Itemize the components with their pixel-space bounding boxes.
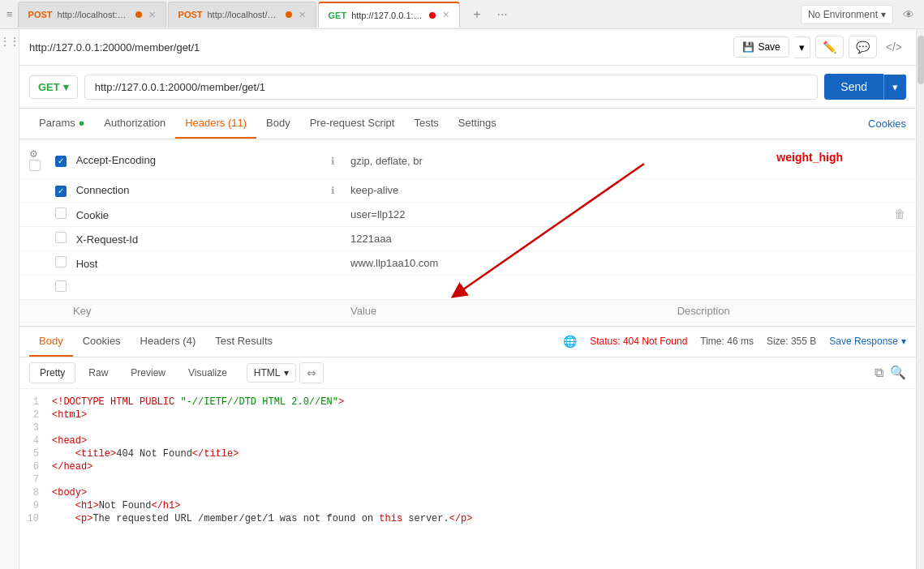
resp-tab-test-results[interactable]: Test Results — [205, 327, 282, 357]
code-line-2: 2 <html> — [19, 409, 916, 421]
tab1-close[interactable]: ✕ — [148, 10, 156, 20]
visualize-button[interactable]: Visualize — [178, 363, 237, 383]
cb-checked-0[interactable] — [55, 156, 67, 167]
code-line-3: 3 — [19, 421, 916, 434]
tab-params[interactable]: Params ● — [29, 109, 94, 139]
key-cell-4: Host — [49, 250, 324, 275]
code-line-10: 10 <p>The requested URL /member/get/1 wa… — [19, 512, 916, 525]
tab-pre-request[interactable]: Pre-request Script — [300, 109, 405, 139]
tab2-dot — [286, 11, 292, 18]
line-content-4: <head> — [52, 435, 87, 447]
table-row: Host www.llp1aa10.com — [19, 250, 916, 275]
eye-icon[interactable]: 👁 — [900, 6, 918, 23]
line-content-1: <!DOCTYPE HTML PUBLIC "-//IETF//DTD HTML… — [52, 396, 344, 408]
line-num-9: 9 — [19, 500, 52, 511]
main-layout: ⋮⋮ http://127.0.0.1:20000/member/get/1 💾… — [0, 29, 924, 569]
col-desc: Description — [671, 299, 883, 322]
table-row: Connection ℹ keep-alive — [19, 179, 916, 203]
cb-checked-1[interactable] — [55, 186, 67, 197]
column-headers-row: Key Value Description — [19, 299, 916, 322]
sidebar-dots-icon[interactable]: ⋮⋮ — [0, 36, 19, 47]
code-line-5: 5 <title>404 Not Found</title> — [19, 447, 916, 460]
comment-icon[interactable]: 💬 — [849, 36, 877, 58]
send-main-button[interactable]: Send — [824, 74, 883, 100]
edit-icon[interactable]: ✏️ — [815, 36, 844, 58]
tab2-url: http://localhost/mem... — [208, 10, 281, 19]
scroll-track[interactable] — [916, 29, 924, 569]
more-tabs-button[interactable]: ··· — [492, 6, 512, 24]
format-chevron-icon: ▾ — [284, 367, 289, 379]
tab3-url: http://127.0.0.1:20000/... — [351, 11, 424, 20]
tab3-close[interactable]: ✕ — [442, 10, 449, 20]
copy-button[interactable]: ⧉ — [875, 365, 883, 380]
delete-icon-2[interactable]: 🗑 — [894, 207, 905, 220]
env-chevron-icon: ▾ — [881, 9, 886, 20]
resp-cookies-label: Cookies — [83, 335, 121, 347]
tab-headers[interactable]: Headers (11) — [175, 109, 256, 139]
checkbox-0 — [29, 160, 41, 171]
cb-empty[interactable] — [55, 280, 67, 292]
save-response-button[interactable]: Save Response ▾ — [829, 336, 906, 347]
tab2-close[interactable]: ✕ — [299, 10, 306, 20]
info-icon-1: ℹ — [331, 185, 335, 196]
format-label: HTML — [254, 367, 281, 379]
key-cell-1: Connection — [49, 179, 324, 203]
line-content-6: </head> — [52, 461, 92, 473]
headers-table: ⚙ Accept-Encoding ℹ gzip, deflate, br — [19, 143, 916, 323]
tab2-method: POST — [178, 10, 203, 19]
line-content-10: <p>The requested URL /member/get/1 was n… — [52, 513, 473, 524]
line-num-8: 8 — [19, 487, 52, 498]
env-selector: No Environment ▾ 👁 — [801, 5, 918, 24]
tab-body[interactable]: Body — [256, 109, 300, 139]
cb-unchecked-2[interactable] — [55, 207, 67, 219]
col-value: Value — [344, 299, 671, 322]
search-button[interactable]: 🔍 — [890, 365, 906, 380]
resp-tab-cookies[interactable]: Cookies — [73, 327, 131, 357]
tab-3[interactable]: GET http://127.0.0.1:20000/... ✕ — [318, 2, 461, 28]
raw-button[interactable]: Raw — [79, 363, 118, 383]
sidebar-toggle-icon[interactable]: ≡ — [6, 8, 13, 20]
tab-1[interactable]: POST http://localhost:8080/ ✕ — [18, 2, 166, 28]
time-text: Time: 46 ms — [700, 336, 754, 347]
key-3: X-Request-Id — [76, 233, 139, 246]
save-button[interactable]: 💾 Save — [733, 36, 789, 58]
tab-tests[interactable]: Tests — [404, 109, 448, 139]
send-caret-button[interactable]: ▾ — [883, 75, 906, 100]
value-4: www.llp1aa10.com — [344, 250, 671, 275]
value-0: gzip, deflate, br — [344, 143, 671, 179]
key-cell-2: Cookie — [49, 202, 324, 226]
authorization-label: Authorization — [104, 117, 165, 129]
body-label: Body — [266, 117, 290, 129]
method-selector[interactable]: GET ▾ — [29, 75, 78, 99]
pretty-button[interactable]: Pretty — [29, 362, 75, 383]
cookies-link[interactable]: Cookies — [868, 118, 906, 130]
new-tab-button[interactable]: + — [468, 6, 485, 24]
resp-tab-headers[interactable]: Headers (4) — [131, 327, 206, 357]
doctype-close: > — [338, 396, 344, 408]
tab-bar: ≡ POST http://localhost:8080/ ✕ POST htt… — [0, 0, 924, 29]
save-caret-button[interactable]: ▾ — [794, 36, 810, 58]
format-selector[interactable]: HTML ▾ — [247, 363, 296, 383]
env-dropdown[interactable]: No Environment ▾ — [801, 5, 893, 24]
bulk-edit-icon[interactable]: ⚙ — [29, 148, 38, 160]
info-0: ℹ — [324, 143, 344, 179]
preview-button[interactable]: Preview — [121, 363, 175, 383]
key-1: Connection — [76, 184, 130, 196]
tab-settings[interactable]: Settings — [449, 109, 506, 139]
line-num-1: 1 — [19, 396, 52, 408]
cb-unchecked-3[interactable] — [55, 232, 67, 243]
key-0: Accept-Encoding — [76, 154, 156, 166]
params-label: Params — [39, 117, 75, 129]
url-input[interactable] — [84, 75, 819, 100]
tab-2[interactable]: POST http://localhost/mem... ✕ — [168, 2, 316, 28]
resp-tab-body[interactable]: Body — [29, 327, 73, 357]
add-header-row — [19, 275, 916, 299]
line-content-8: <body> — [52, 487, 87, 498]
code-icon[interactable]: </> — [882, 36, 906, 58]
tab-authorization[interactable]: Authorization — [94, 109, 175, 139]
save-response-label: Save Response — [829, 336, 898, 347]
scroll-thumb[interactable] — [918, 36, 924, 84]
wrap-button[interactable]: ⇔ — [299, 362, 324, 383]
request-builder: GET ▾ Send ▾ — [19, 66, 916, 109]
cb-unchecked-4[interactable] — [55, 256, 67, 267]
